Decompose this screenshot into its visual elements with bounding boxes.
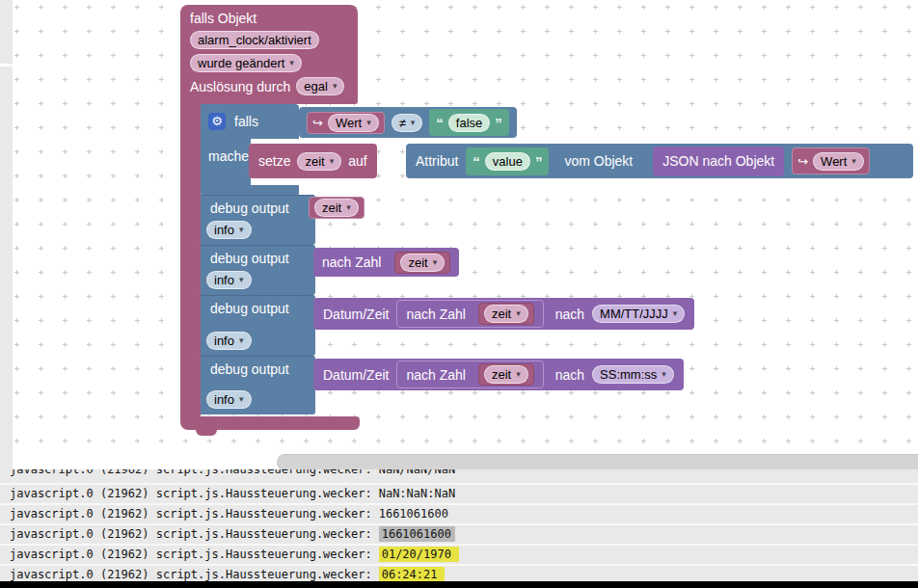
to-number-block[interactable]: nach Zahl zeit▾	[396, 361, 543, 388]
var-value: zeit	[408, 255, 427, 270]
json-to-object-block[interactable]: JSON nach Objekt	[653, 147, 784, 176]
trigger-block-foot[interactable]	[180, 416, 360, 430]
variable-block[interactable]: zeit▾	[478, 363, 534, 386]
open-quote-icon: “	[436, 115, 444, 131]
change-type-dropdown[interactable]: wurde geändert▾	[190, 54, 302, 72]
if-label: falls	[234, 114, 258, 129]
gear-icon[interactable]: ⚙	[208, 113, 226, 130]
dropdown-arrow-icon: ▾	[366, 116, 371, 130]
format-dropdown[interactable]: SS:mm:ss▾	[592, 365, 674, 384]
format-dropdown[interactable]: MM/TT/JJJJ▾	[592, 305, 685, 323]
trigger-by-value: egal	[304, 79, 328, 94]
trigger-by-label: Auslösung durch	[190, 79, 290, 94]
dropdown-arrow-icon: ▾	[346, 200, 351, 215]
trigger-block-spine[interactable]	[180, 102, 201, 416]
log-value: NaN:NaN:NaN	[379, 487, 455, 500]
close-quote-icon: ”	[495, 115, 502, 131]
debug-output-block[interactable]: debug output info▾	[201, 295, 315, 356]
debug-output-block[interactable]: debug output info▾	[201, 195, 315, 245]
dropdown-arrow-icon: ▾	[239, 273, 244, 287]
set-to-label: auf	[348, 153, 366, 169]
attr-string-block[interactable]: “ value ”	[466, 147, 549, 175]
set-variable-block[interactable]: setze zeit▾ auf	[249, 144, 377, 178]
datetime-label: Datum/Zeit	[323, 307, 389, 322]
vertical-scrollbar[interactable]	[0, 0, 13, 469]
compare-block[interactable]: ↪ Wert▾ ≠▾ “ false ”	[299, 107, 517, 138]
value-var-dropdown[interactable]: Wert▾	[328, 114, 379, 132]
set-var-dropdown[interactable]: zeit▾	[297, 152, 341, 171]
trigger-block-bottom-tab	[196, 430, 217, 436]
object-id-value: alarm_clock/aktiviert	[198, 33, 311, 47]
debug-output-label: debug output	[210, 361, 315, 377]
format-as-label: nach	[555, 367, 584, 383]
datetime-block[interactable]: Datum/Zeit nach Zahl zeit▾ nach SS:mm:ss…	[313, 359, 684, 390]
string-value-field[interactable]: false	[448, 114, 490, 132]
debug-output-block[interactable]: debug output info▾	[201, 356, 315, 414]
debug-output-block[interactable]: debug output info▾	[201, 245, 315, 295]
log-prefix: javascript.0 (21962) script.js.Haussteue…	[10, 527, 372, 541]
bottom-black-bar	[0, 581, 918, 588]
datetime-block[interactable]: Datum/Zeit nach Zahl zeit▾ nach MM/TT/JJ…	[313, 298, 694, 330]
log-level-value: info	[214, 273, 234, 287]
value-var: Wert	[336, 116, 362, 130]
log-row: javascript.0 (21962) script.js.Haussteue…	[0, 469, 918, 485]
log-level-dropdown[interactable]: info▾	[206, 271, 252, 289]
dropdown-arrow-icon: ▾	[411, 116, 416, 130]
dropdown-arrow-icon: ▾	[239, 334, 244, 348]
log-row: javascript.0 (21962) script.js.Haussteue…	[0, 525, 918, 546]
trigger-by-dropdown[interactable]: egal▾	[296, 77, 344, 95]
dropdown-arrow-icon: ▾	[333, 79, 338, 94]
value-getter-block[interactable]: ↪ Wert▾	[307, 112, 385, 134]
var-value: zeit	[322, 200, 341, 215]
to-number-block[interactable]: nach Zahl zeit▾	[396, 300, 543, 328]
var-dropdown[interactable]: zeit▾	[314, 199, 359, 217]
log-panel[interactable]: javascript.0 (21962) script.js.Haussteue…	[0, 469, 918, 581]
json-var-value: Wert	[821, 154, 847, 169]
log-value-highlighted: 1661061600	[379, 526, 455, 542]
log-level-dropdown[interactable]: info▾	[206, 390, 252, 409]
debug-output-label: debug output	[210, 200, 315, 216]
log-level-dropdown[interactable]: info▾	[206, 221, 252, 239]
log-level-dropdown[interactable]: info▾	[206, 332, 252, 350]
to-number-block[interactable]: nach Zahl zeit▾	[313, 248, 459, 277]
attribute-block[interactable]: Attribut “ value ” vom Objekt JSON nach …	[406, 144, 913, 178]
datetime-label: Datum/Zeit	[323, 367, 389, 383]
dropdown-arrow-icon: ▾	[239, 392, 244, 407]
workspace-canvas[interactable]: falls Objekt alarm_clock/aktiviert wurde…	[0, 0, 918, 469]
variable-block[interactable]: zeit▾	[394, 252, 450, 274]
log-level-value: info	[214, 392, 234, 407]
trigger-title: falls Objekt	[190, 11, 348, 26]
from-object-label: vom Objekt	[564, 153, 633, 169]
set-var-value: zeit	[305, 154, 324, 169]
json-var-dropdown[interactable]: Wert▾	[813, 152, 864, 171]
log-prefix: javascript.0 (21962) script.js.Haussteue…	[10, 507, 372, 521]
attr-value: value	[493, 154, 523, 169]
var-dropdown[interactable]: zeit▾	[484, 365, 528, 384]
if-block[interactable]: ⚙ falls	[201, 104, 299, 139]
log-value: 1661061600	[379, 507, 448, 521]
operator-dropdown[interactable]: ≠▾	[392, 114, 423, 132]
attr-value-field[interactable]: value	[485, 152, 530, 171]
cast-icon: ↪	[312, 116, 323, 130]
variable-block[interactable]: zeit▾	[309, 197, 364, 219]
horizontal-scrollbar[interactable]	[277, 454, 918, 470]
do-label: mache	[208, 148, 249, 164]
string-block[interactable]: “ false ”	[429, 109, 508, 136]
var-dropdown[interactable]: zeit▾	[484, 305, 528, 323]
var-dropdown[interactable]: zeit▾	[400, 254, 445, 272]
grid-dots	[0, 0, 918, 469]
close-quote-icon: ”	[535, 153, 543, 170]
dropdown-arrow-icon: ▾	[851, 154, 856, 169]
format-value: SS:mm:ss	[600, 367, 657, 382]
log-value-highlighted: 06:24:21	[379, 567, 446, 582]
dropdown-arrow-icon: ▾	[330, 154, 335, 169]
object-id-field[interactable]: alarm_clock/aktiviert	[190, 31, 319, 49]
log-level-value: info	[214, 223, 234, 237]
operator-value: ≠	[399, 116, 406, 130]
debug1-value[interactable]: zeit▾	[309, 197, 364, 219]
trigger-block[interactable]: falls Objekt alarm_clock/aktiviert wurde…	[180, 5, 358, 104]
json-value-getter-block[interactable]: ↪ Wert▾	[792, 147, 870, 174]
if-block-do-section[interactable]: mache	[201, 139, 251, 187]
log-prefix: javascript.0 (21962) script.js.Haussteue…	[10, 568, 372, 581]
variable-block[interactable]: zeit▾	[478, 303, 534, 325]
